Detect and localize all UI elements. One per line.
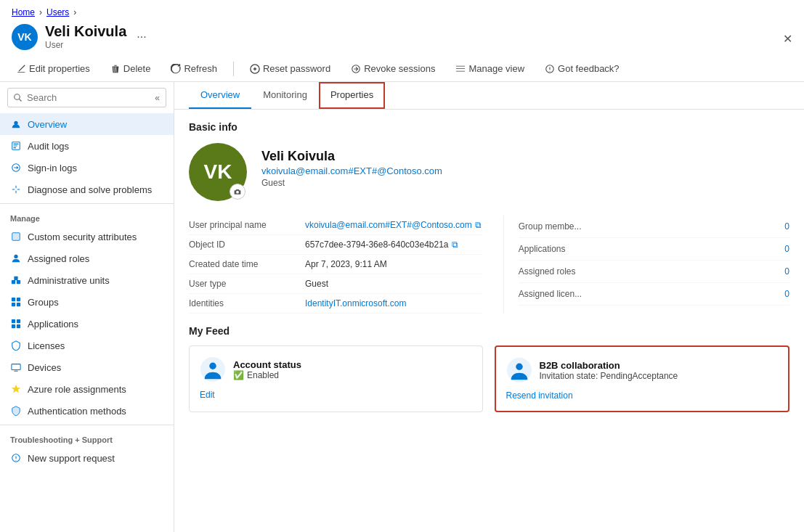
sidebar: « Overview Audit logs Sign-in logs Diagn… — [0, 82, 174, 532]
upn-value: vkoivula@email.com#EXT#@Contoso.com ⧉ — [305, 220, 482, 230]
sidebar-audit-logs-label: Audit logs — [28, 141, 69, 152]
sidebar-item-azure-role[interactable]: Azure role assignments — [0, 378, 174, 400]
sidebar-assigned-roles-label: Assigned roles — [28, 253, 89, 264]
svg-rect-17 — [17, 319, 20, 323]
content-body: Basic info VK Veli Koivula vkoivula@emai… — [174, 110, 804, 424]
delete-label: Delete — [123, 63, 151, 74]
new-support-icon — [10, 452, 22, 464]
sidebar-item-audit-logs[interactable]: Audit logs — [0, 135, 174, 157]
sidebar-item-groups[interactable]: Groups — [0, 291, 174, 313]
sidebar-item-custom-security[interactable]: Custom security attributes — [0, 226, 174, 247]
sidebar-divider-troubleshoot — [0, 425, 174, 425]
stat-row-assigned-roles: Assigned roles 0 — [519, 261, 789, 283]
svg-point-8 — [14, 255, 17, 258]
properties-left-col: User principal name vkoivula@email.com#E… — [189, 216, 503, 314]
header-title-block: Veli Koivula User — [45, 23, 126, 50]
group-members-value[interactable]: 0 — [784, 221, 789, 232]
sidebar-applications-label: Applications — [28, 319, 78, 330]
svg-rect-11 — [14, 277, 17, 280]
breadcrumb-sep2: › — [73, 7, 76, 17]
svg-rect-20 — [12, 364, 20, 370]
sidebar-azure-role-label: Azure role assignments — [28, 384, 126, 395]
header-user-name: Veli Koivula — [45, 23, 126, 40]
object-id-text: 657c7dee-3794-36e8-640c03e4b21a — [305, 240, 449, 250]
sidebar-item-auth-methods[interactable]: Authentication methods — [0, 400, 174, 422]
tab-monitoring[interactable]: Monitoring — [251, 82, 319, 109]
assigned-roles-stat-value[interactable]: 0 — [784, 266, 789, 277]
svg-rect-15 — [17, 303, 20, 306]
assigned-licenses-label: Assigned licen... — [519, 289, 779, 299]
group-members-label: Group membe... — [519, 221, 779, 232]
sidebar-licenses-label: Licenses — [28, 340, 65, 351]
svg-rect-12 — [12, 298, 15, 301]
revoke-sessions-button[interactable]: Revoke sessions — [346, 60, 439, 77]
edit-icon — [16, 64, 26, 74]
b2b-info: B2B collaboration Invitation state: Pend… — [540, 360, 678, 381]
devices-icon — [10, 361, 22, 373]
auth-methods-icon — [10, 405, 22, 417]
object-id-value: 657c7dee-3794-36e8-640c03e4b21a ⧉ — [305, 240, 458, 250]
got-feedback-label: Got feedback? — [558, 63, 620, 74]
got-feedback-button[interactable]: Got feedback? — [540, 60, 624, 77]
sidebar-item-overview[interactable]: Overview — [0, 113, 174, 135]
manage-section-label: Manage — [0, 207, 174, 226]
sidebar-item-applications[interactable]: Applications — [0, 313, 174, 335]
header-ellipsis-button[interactable]: ··· — [137, 30, 146, 44]
sidebar-item-new-support[interactable]: New support request — [0, 447, 174, 469]
svg-rect-7 — [12, 233, 20, 241]
object-id-copy-icon[interactable]: ⧉ — [452, 240, 458, 250]
sidebar-item-devices[interactable]: Devices — [0, 356, 174, 378]
sidebar-divider-manage — [0, 203, 174, 204]
collapse-icon[interactable]: « — [155, 93, 160, 103]
identities-label: Identities — [189, 298, 305, 308]
sidebar-item-licenses[interactable]: Licenses — [0, 335, 174, 356]
overview-icon — [10, 118, 22, 130]
breadcrumb-home[interactable]: Home — [12, 7, 35, 17]
avatar-camera-button[interactable] — [230, 184, 245, 200]
diagnose-icon — [10, 184, 22, 195]
stat-row-group-members: Group membe... 0 — [519, 216, 789, 238]
account-status-sub: ✅ Enabled — [233, 370, 301, 380]
upn-link[interactable]: vkoivula@email.com#EXT#@Contoso.com — [305, 220, 472, 230]
basic-info-row: VK Veli Koivula vkoivula@email.com#EXT#@… — [189, 143, 789, 201]
assigned-licenses-value[interactable]: 0 — [784, 289, 789, 299]
b2b-header: B2B collaboration Invitation state: Pend… — [506, 357, 779, 383]
svg-rect-18 — [12, 324, 15, 328]
applications-stat-value[interactable]: 0 — [784, 244, 789, 254]
edit-properties-button[interactable]: Edit properties — [12, 60, 94, 77]
sidebar-item-sign-in-logs[interactable]: Sign-in logs — [0, 157, 174, 179]
user-type-label: User type — [189, 279, 305, 289]
svg-rect-9 — [12, 280, 15, 284]
identities-link[interactable]: IdentityIT.onmicrosoft.com — [305, 298, 406, 308]
delete-button[interactable]: Delete — [106, 60, 155, 77]
refresh-icon — [171, 64, 181, 74]
breadcrumb-users[interactable]: Users — [46, 7, 69, 17]
manage-view-icon — [455, 64, 466, 74]
sidebar-diagnose-label: Diagnose and solve problems — [28, 184, 152, 195]
properties-right-col: Group membe... 0 Applications 0 Assigned… — [503, 216, 789, 314]
refresh-button[interactable]: Refresh — [166, 60, 222, 77]
enabled-check-icon: ✅ — [233, 370, 244, 380]
resend-invitation-link[interactable]: Resend invitation — [506, 390, 779, 401]
account-status-edit-link[interactable]: Edit — [200, 390, 472, 400]
tab-properties[interactable]: Properties — [319, 82, 385, 109]
manage-view-button[interactable]: Manage view — [451, 60, 529, 77]
sidebar-item-diagnose[interactable]: Diagnose and solve problems — [0, 179, 174, 200]
stat-row-assigned-licenses: Assigned licen... 0 — [519, 283, 789, 306]
tab-overview[interactable]: Overview — [189, 82, 251, 109]
b2b-title: B2B collaboration — [540, 360, 678, 371]
search-input[interactable] — [27, 92, 150, 103]
created-date-label: Created date time — [189, 259, 305, 269]
close-button[interactable]: ✕ — [783, 31, 792, 45]
search-icon — [14, 94, 23, 102]
sidebar-item-admin-units[interactable]: Administrative units — [0, 269, 174, 291]
properties-grid: User principal name vkoivula@email.com#E… — [189, 216, 789, 314]
sidebar-item-assigned-roles[interactable]: Assigned roles — [0, 247, 174, 269]
person-icon-b2b — [507, 358, 532, 382]
upn-copy-icon[interactable]: ⧉ — [475, 220, 482, 230]
search-box[interactable]: « — [7, 88, 166, 107]
account-status-title: Account status — [233, 359, 301, 370]
azure-role-icon — [10, 383, 22, 395]
reset-password-button[interactable]: Reset password — [245, 60, 335, 77]
assigned-roles-stat-label: Assigned roles — [519, 266, 779, 277]
